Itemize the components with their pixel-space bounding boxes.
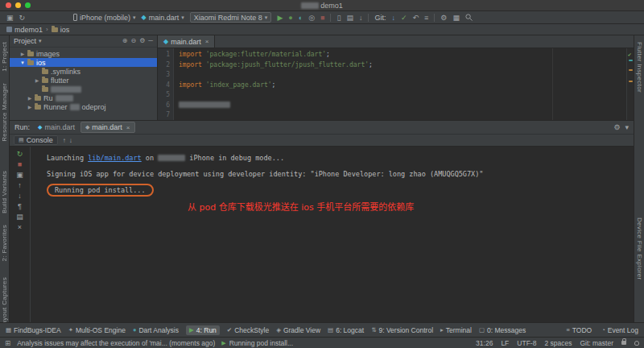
tree-item-ios[interactable]: ▼ios — [10, 58, 157, 67]
editor-tab-main-dart[interactable]: ◆ main.dart × — [158, 35, 215, 48]
line-separator-widget[interactable]: LF — [501, 339, 509, 347]
debug-icon[interactable]: ● — [288, 14, 292, 22]
tree-item-label: odeproj — [82, 103, 106, 111]
tree-item-flutter[interactable]: ▶flutter — [10, 76, 157, 85]
caret-position-widget[interactable]: 31:26 — [476, 339, 493, 347]
zoom-window-button[interactable] — [25, 2, 31, 8]
scroll-down-icon[interactable]: ↓ — [69, 137, 72, 144]
avd-manager-icon[interactable]: ▤ — [346, 14, 353, 22]
run-tab-label: main.dart — [44, 123, 75, 131]
status-message[interactable]: Analysis issues may affect the execution… — [17, 339, 215, 347]
stop-icon[interactable]: ■ — [320, 14, 324, 22]
background-task[interactable]: ▶ Running pod install... — [221, 339, 293, 347]
rerun-icon[interactable]: ↻ — [17, 150, 23, 158]
soft-wrap-icon[interactable]: ¶ — [18, 202, 22, 210]
toolwindow-button-dart-analysis[interactable]: ●Dart Analysis — [133, 326, 179, 334]
stripe-mark[interactable] — [629, 69, 633, 71]
tree-item-runner[interactable]: ▶Runnerodeproj — [10, 102, 157, 111]
run-tab-main-dart-0[interactable]: ◆main.dart — [34, 122, 79, 133]
stripe-mark[interactable] — [629, 81, 633, 82]
project-tree: ▶images▼ios.symlinks▶flutter▶Ru▶Runnerod… — [10, 48, 157, 120]
settings-icon[interactable]: ⚙ — [613, 123, 620, 131]
code-area[interactable]: 1234567 import 'package:flutter/material… — [158, 48, 634, 120]
project-view-selector[interactable]: Project — [14, 37, 36, 45]
run-tab-main-dart-1[interactable]: ◆main.dart× — [80, 122, 135, 133]
git-branch-widget[interactable]: Git: master — [580, 339, 613, 347]
chevron-icon: ▼ — [20, 60, 25, 65]
save-all-icon[interactable]: ▣ — [6, 14, 14, 22]
close-icon[interactable]: × — [205, 38, 209, 45]
code-line: import 'index_page.dart'; — [179, 81, 626, 91]
notifications-icon[interactable] — [634, 341, 639, 346]
indent-widget[interactable]: 2 spaces — [544, 339, 572, 347]
toolwindow-button-checkstyle[interactable]: ✔CheckStyle — [227, 326, 269, 334]
run-icon[interactable]: ▶ — [277, 14, 283, 22]
console-link[interactable]: lib/main.dart — [88, 154, 142, 162]
git-history-icon[interactable]: ≡ — [424, 14, 428, 22]
stop-icon[interactable]: ■ — [18, 160, 22, 168]
toolwindow-button-gradle-view[interactable]: ◈Gradle View — [276, 326, 320, 334]
scroll-up-icon[interactable]: ↑ — [63, 137, 66, 144]
toolwindow-button-9-version-control[interactable]: ⇅9: Version Control — [371, 326, 433, 334]
collapse-all-icon[interactable]: ⊖ — [130, 38, 136, 44]
tree-item-symlinks[interactable]: .symlinks — [10, 67, 157, 76]
toolwindow-button-findbugs-idea[interactable]: ▦FindBugs-IDEA — [6, 326, 61, 334]
project-structure-icon[interactable]: ▦ — [452, 14, 460, 22]
target-device-selector[interactable]: Xiaomi Redmi Note 8 ▾ — [190, 12, 272, 23]
console-output[interactable]: Launching lib/main.dart on iPhone in deb… — [31, 147, 634, 322]
git-update-icon[interactable]: ↓ — [391, 14, 395, 22]
down-trace-icon[interactable]: ↓ — [18, 192, 22, 200]
sdk-manager-icon[interactable]: ↓ — [359, 14, 363, 22]
stripe-mark[interactable] — [629, 60, 633, 61]
close-window-button[interactable] — [6, 2, 11, 8]
stripe-button-flutter-inspector[interactable]: Flutter Inspector — [636, 42, 643, 93]
error-stripe[interactable]: ✔ — [626, 48, 634, 120]
dart-icon: ◆ — [142, 14, 147, 21]
expand-all-icon[interactable]: ⊕ — [122, 38, 128, 44]
stripe-button-2-favorites[interactable]: 2: Favorites — [1, 225, 8, 261]
toolwindow-button-event-log[interactable]: ◔Event Log — [601, 326, 638, 334]
titlebar: demo1 — [0, 0, 644, 11]
device-selector[interactable]: iPhone (mobile) ▾ — [73, 14, 136, 22]
editor-tab-label: main.dart — [171, 38, 201, 46]
toolwindow-button-4-run[interactable]: ▶4: Run — [186, 325, 220, 335]
toolwindow-button-multi-os-engine[interactable]: ✦Multi-OS Engine — [68, 326, 126, 334]
stripe-button-device-file-explorer[interactable]: Device File Explorer — [636, 218, 643, 280]
stripe-button-1-project[interactable]: 1: Project — [1, 42, 8, 72]
git-rollback-icon[interactable]: ↶ — [413, 14, 419, 22]
breadcrumb-project[interactable]: mdemo1 — [6, 26, 43, 34]
restore-layout-icon[interactable]: ▣ — [16, 171, 23, 179]
attach-debugger-icon[interactable]: ◎ — [308, 14, 315, 22]
git-commit-icon[interactable]: ✓ — [401, 14, 407, 22]
search-icon[interactable] — [465, 14, 473, 21]
tree-item-images[interactable]: ▶images — [10, 49, 157, 58]
console-tab[interactable]: ▤ Console — [14, 135, 58, 145]
clear-console-icon[interactable]: × — [18, 223, 22, 231]
tree-item-redacted[interactable] — [10, 85, 157, 93]
breadcrumb-folder[interactable]: ios — [52, 26, 70, 34]
hide-panel-icon[interactable]: ─ — [148, 38, 153, 44]
readonly-lock-icon[interactable] — [621, 341, 626, 345]
settings-icon[interactable]: ⚙ — [139, 38, 145, 44]
settings-icon[interactable]: ⚙ — [440, 14, 447, 22]
toolwindow-button-6-logcat[interactable]: ▤6: Logcat — [328, 326, 364, 334]
toolwindow-button-terminal[interactable]: ▸Terminal — [440, 326, 472, 334]
close-icon[interactable]: × — [126, 124, 130, 131]
run-config-selector[interactable]: ◆ main.dart ▾ — [142, 14, 184, 22]
tree-item-ru[interactable]: ▶Ru — [10, 93, 157, 102]
profile-icon[interactable]: ◐ — [299, 14, 303, 22]
encoding-widget[interactable]: UTF-8 — [517, 339, 536, 347]
stripe-button-resource-manager[interactable]: Resource Manager — [1, 83, 8, 142]
sync-project-icon[interactable]: ↻ — [19, 14, 26, 22]
toolwindow-button-0-messages[interactable]: ▢0: Messages — [479, 326, 526, 334]
up-trace-icon[interactable]: ↑ — [18, 181, 22, 189]
stripe-button-layout-captures[interactable]: Layout Captures — [1, 277, 8, 322]
hide-panel-icon[interactable]: ▾ — [625, 123, 629, 131]
code-token: ; — [369, 61, 373, 68]
toolwindow-button-todo[interactable]: ≡TODO — [566, 326, 592, 334]
print-icon[interactable]: ▤ — [16, 213, 23, 221]
minimize-window-button[interactable] — [15, 2, 21, 8]
device-manager-icon[interactable]: ▯ — [336, 14, 341, 22]
tool-window-switcher-icon[interactable]: ⊞ — [5, 339, 10, 347]
stripe-button-build-variants[interactable]: Build Variants — [1, 171, 8, 213]
